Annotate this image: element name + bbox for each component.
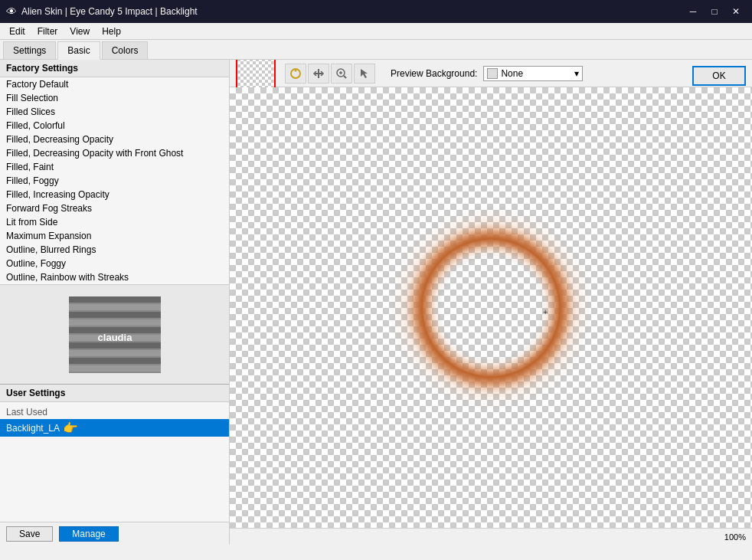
list-item[interactable]: Filled, Decreasing Opacity with Front Gh… [0, 146, 229, 160]
list-item[interactable]: Filled, Increasing Opacity [0, 188, 229, 201]
preset-list-container[interactable]: Factory Default Fill Selection Filled Sl… [0, 77, 229, 284]
user-settings-header: User Settings [0, 385, 229, 402]
main-content: Factory Settings Factory Default Fill Se… [0, 60, 752, 545]
last-used-label: Last Used [0, 405, 229, 419]
menu-view[interactable]: View [64, 25, 96, 38]
maximize-button[interactable]: □ [705, 3, 724, 20]
svg-text:claudia: claudia [97, 332, 132, 343]
svg-rect-7 [69, 342, 161, 349]
list-item[interactable]: Factory Default [0, 77, 229, 91]
list-item[interactable]: Fill Selection [0, 91, 229, 105]
zoom-level: 100% [724, 532, 746, 542]
app-icon: 👁 [6, 5, 17, 18]
title-text: Alien Skin | Eye Candy 5 Impact | Backli… [21, 6, 198, 17]
cursor-indicator: + [543, 308, 546, 311]
user-preset-label: Backlight_LA [6, 423, 60, 434]
preset-list: Factory Default Fill Selection Filled Sl… [0, 77, 229, 284]
tab-colors[interactable]: Colors [102, 41, 149, 59]
svg-rect-3 [69, 312, 161, 318]
list-item[interactable]: Lit from Side [0, 215, 229, 229]
factory-settings-section: Factory Settings Factory Default Fill Se… [0, 60, 229, 384]
list-item[interactable]: Filled, Colorful [0, 119, 229, 133]
bottom-buttons: Save Manage [0, 522, 229, 545]
title-bar: 👁 Alien Skin | Eye Candy 5 Impact | Back… [0, 0, 752, 23]
tab-basic[interactable]: Basic [57, 41, 100, 60]
svg-rect-4 [69, 319, 161, 326]
status-bar: 100% [230, 528, 752, 545]
menu-bar: Edit Filter View Help [0, 23, 752, 40]
save-button[interactable]: Save [6, 526, 53, 542]
svg-rect-9 [69, 358, 161, 364]
preview-bg-value: None [501, 68, 523, 79]
left-panel: Factory Settings Factory Default Fill Se… [0, 60, 230, 545]
list-item[interactable]: Filled, Foggy [0, 174, 229, 188]
svg-rect-2 [69, 304, 161, 310]
tab-bar: Settings Basic Colors [0, 40, 752, 60]
right-panel: OK Cancel [230, 60, 752, 545]
backlight-ring-svg [345, 162, 636, 454]
svg-point-13 [295, 69, 297, 71]
list-item[interactable]: Maximum Expansion [0, 229, 229, 243]
preview-bg-label: Preview Background: [391, 68, 477, 79]
menu-filter[interactable]: Filter [31, 25, 64, 38]
svg-rect-8 [69, 350, 161, 356]
menu-edit[interactable]: Edit [3, 25, 31, 38]
list-item[interactable]: Filled Slices [0, 105, 229, 119]
menu-help[interactable]: Help [96, 25, 127, 38]
backlight-ring-container [345, 162, 636, 454]
checkerboard-bg: + [230, 87, 752, 528]
minimize-button[interactable]: ─ [683, 3, 703, 20]
factory-settings-header: Factory Settings [0, 60, 229, 77]
svg-rect-1 [69, 296, 161, 303]
list-item[interactable]: Filled, Decreasing Opacity [0, 133, 229, 146]
preset-thumbnail-area: claudia [0, 284, 229, 384]
manage-button[interactable]: Manage [59, 526, 118, 542]
preview-bg-select[interactable]: None ▾ [483, 66, 583, 81]
list-item[interactable]: Outline, Foggy [0, 257, 229, 270]
preset-thumbnail: claudia [69, 296, 161, 373]
pan-tool-button[interactable] [308, 64, 329, 84]
user-settings-section: User Settings Last Used Backlight_LA 👉 [0, 384, 229, 522]
svg-rect-10 [69, 365, 161, 372]
tab-settings[interactable]: Settings [3, 41, 56, 59]
toolbar-tools [285, 64, 375, 84]
user-preset-item[interactable]: Backlight_LA 👉 [0, 419, 229, 437]
svg-point-18 [353, 170, 629, 446]
list-item[interactable]: Filled, Faint [0, 160, 229, 174]
list-item[interactable]: Outline, Blurred Rings [0, 243, 229, 257]
list-item[interactable]: Outline, Rainbow with Streaks [0, 270, 229, 284]
zoom-in-tool-button[interactable] [331, 64, 352, 84]
list-item[interactable]: Forward Fog Streaks [0, 201, 229, 215]
draw-tool-button[interactable] [285, 64, 306, 84]
svg-line-17 [344, 76, 346, 78]
color-swatch [487, 68, 498, 79]
toolbar: Preview Background: None ▾ [230, 60, 752, 87]
user-list: Last Used Backlight_LA 👉 [0, 402, 229, 440]
select-tool-button[interactable] [354, 64, 375, 84]
dropdown-arrow-icon: ▾ [574, 68, 579, 79]
ok-button[interactable]: OK [692, 66, 746, 86]
preview-area[interactable]: + [230, 87, 752, 528]
close-button[interactable]: ✕ [726, 3, 746, 20]
pointing-hand-icon: 👉 [63, 421, 78, 435]
